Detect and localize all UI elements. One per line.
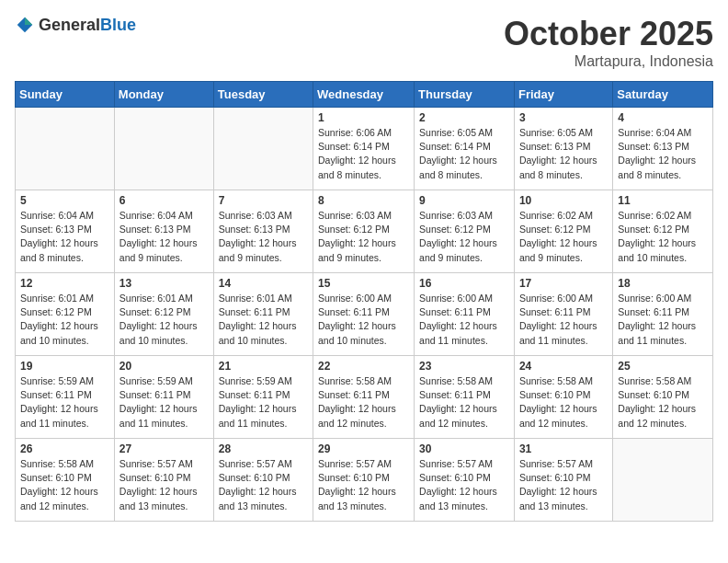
calendar-cell-w2-d2: 6Sunrise: 6:04 AMSunset: 6:13 PMDaylight… (114, 190, 213, 273)
logo-general: General (39, 16, 100, 34)
day-info: Sunrise: 5:59 AMSunset: 6:11 PMDaylight:… (219, 374, 308, 431)
calendar-cell-w1-d2 (114, 108, 213, 190)
calendar-cell-w1-d5: 2Sunrise: 6:05 AMSunset: 6:14 PMDaylight… (415, 108, 515, 190)
calendar-cell-w1-d6: 3Sunrise: 6:05 AMSunset: 6:13 PMDaylight… (514, 108, 612, 190)
day-number: 22 (318, 360, 409, 373)
calendar-cell-w1-d7: 4Sunrise: 6:04 AMSunset: 6:13 PMDaylight… (613, 108, 713, 190)
calendar-cell-w3-d5: 16Sunrise: 6:00 AMSunset: 6:11 PMDayligh… (415, 273, 515, 356)
day-number: 15 (318, 277, 409, 290)
week-row-5: 26Sunrise: 5:58 AMSunset: 6:10 PMDayligh… (16, 439, 713, 522)
day-info: Sunrise: 6:04 AMSunset: 6:13 PMDaylight:… (20, 209, 109, 265)
day-number: 12 (20, 277, 109, 290)
day-number: 28 (219, 442, 308, 455)
calendar-cell-w3-d6: 17Sunrise: 6:00 AMSunset: 6:11 PMDayligh… (514, 273, 612, 356)
day-info: Sunrise: 5:59 AMSunset: 6:11 PMDaylight:… (20, 374, 109, 431)
calendar-table: Sunday Monday Tuesday Wednesday Thursday… (15, 81, 713, 522)
calendar-cell-w2-d7: 11Sunrise: 6:02 AMSunset: 6:12 PMDayligh… (613, 190, 713, 273)
calendar-cell-w3-d7: 18Sunrise: 6:00 AMSunset: 6:11 PMDayligh… (613, 273, 713, 356)
week-row-1: 1Sunrise: 6:06 AMSunset: 6:14 PMDaylight… (16, 108, 713, 190)
week-row-3: 12Sunrise: 6:01 AMSunset: 6:12 PMDayligh… (16, 273, 713, 356)
day-number: 31 (519, 442, 608, 455)
calendar-cell-w2-d3: 7Sunrise: 6:03 AMSunset: 6:13 PMDaylight… (213, 190, 313, 273)
logo-icon (15, 15, 35, 35)
calendar-cell-w4-d1: 19Sunrise: 5:59 AMSunset: 6:11 PMDayligh… (16, 356, 115, 439)
day-number: 8 (318, 194, 409, 207)
logo-blue: Blue (100, 16, 136, 34)
calendar-cell-w5-d7 (613, 439, 713, 522)
day-info: Sunrise: 6:05 AMSunset: 6:14 PMDaylight:… (419, 126, 509, 182)
day-info: Sunrise: 5:58 AMSunset: 6:11 PMDaylight:… (419, 374, 509, 431)
calendar-cell-w4-d7: 25Sunrise: 5:58 AMSunset: 6:10 PMDayligh… (613, 356, 713, 439)
calendar-cell-w2-d4: 8Sunrise: 6:03 AMSunset: 6:12 PMDaylight… (313, 190, 415, 273)
header-thursday: Thursday (415, 82, 515, 108)
day-number: 29 (318, 442, 409, 455)
day-number: 25 (618, 360, 708, 373)
day-info: Sunrise: 6:04 AMSunset: 6:13 PMDaylight:… (618, 126, 708, 182)
day-info: Sunrise: 6:01 AMSunset: 6:12 PMDaylight:… (119, 292, 209, 348)
day-info: Sunrise: 6:00 AMSunset: 6:11 PMDaylight:… (519, 292, 608, 348)
calendar-cell-w3-d2: 13Sunrise: 6:01 AMSunset: 6:12 PMDayligh… (114, 273, 213, 356)
day-number: 20 (119, 360, 209, 373)
day-number: 13 (119, 277, 209, 290)
calendar-cell-w5-d4: 29Sunrise: 5:57 AMSunset: 6:10 PMDayligh… (313, 439, 415, 522)
day-number: 16 (419, 277, 509, 290)
day-number: 21 (219, 360, 308, 373)
calendar-cell-w4-d4: 22Sunrise: 5:58 AMSunset: 6:11 PMDayligh… (313, 356, 415, 439)
calendar-header-row: Sunday Monday Tuesday Wednesday Thursday… (16, 82, 713, 108)
day-info: Sunrise: 6:01 AMSunset: 6:12 PMDaylight:… (20, 292, 109, 348)
day-info: Sunrise: 6:03 AMSunset: 6:12 PMDaylight:… (419, 209, 509, 265)
day-info: Sunrise: 5:58 AMSunset: 6:10 PMDaylight:… (618, 374, 708, 431)
day-info: Sunrise: 5:58 AMSunset: 6:10 PMDaylight:… (20, 457, 109, 513)
day-info: Sunrise: 6:00 AMSunset: 6:11 PMDaylight:… (318, 292, 409, 348)
calendar-cell-w2-d1: 5Sunrise: 6:04 AMSunset: 6:13 PMDaylight… (16, 190, 115, 273)
day-number: 2 (419, 111, 509, 124)
calendar-cell-w1-d1 (16, 108, 115, 190)
calendar-cell-w2-d6: 10Sunrise: 6:02 AMSunset: 6:12 PMDayligh… (514, 190, 612, 273)
location-title: Martapura, Indonesia (504, 53, 713, 70)
calendar-cell-w4-d2: 20Sunrise: 5:59 AMSunset: 6:11 PMDayligh… (114, 356, 213, 439)
day-info: Sunrise: 6:00 AMSunset: 6:11 PMDaylight:… (419, 292, 509, 348)
day-info: Sunrise: 6:03 AMSunset: 6:13 PMDaylight:… (219, 209, 308, 265)
calendar-cell-w4-d5: 23Sunrise: 5:58 AMSunset: 6:11 PMDayligh… (415, 356, 515, 439)
calendar-cell-w3-d1: 12Sunrise: 6:01 AMSunset: 6:12 PMDayligh… (16, 273, 115, 356)
day-number: 24 (519, 360, 608, 373)
calendar-cell-w4-d6: 24Sunrise: 5:58 AMSunset: 6:10 PMDayligh… (514, 356, 612, 439)
calendar-cell-w3-d3: 14Sunrise: 6:01 AMSunset: 6:11 PMDayligh… (213, 273, 313, 356)
header-friday: Friday (514, 82, 612, 108)
day-number: 7 (219, 194, 308, 207)
day-info: Sunrise: 5:57 AMSunset: 6:10 PMDaylight:… (219, 457, 308, 513)
header-saturday: Saturday (613, 82, 713, 108)
day-number: 4 (618, 111, 708, 124)
day-number: 3 (519, 111, 608, 124)
day-number: 30 (419, 442, 509, 455)
day-number: 5 (20, 194, 109, 207)
week-row-4: 19Sunrise: 5:59 AMSunset: 6:11 PMDayligh… (16, 356, 713, 439)
day-number: 18 (618, 277, 708, 290)
day-number: 27 (119, 442, 209, 455)
calendar-cell-w3-d4: 15Sunrise: 6:00 AMSunset: 6:11 PMDayligh… (313, 273, 415, 356)
day-number: 26 (20, 442, 109, 455)
calendar-cell-w5-d1: 26Sunrise: 5:58 AMSunset: 6:10 PMDayligh… (16, 439, 115, 522)
day-number: 14 (219, 277, 308, 290)
day-info: Sunrise: 6:06 AMSunset: 6:14 PMDaylight:… (318, 126, 409, 182)
month-title: October 2025 (504, 15, 713, 53)
calendar-cell-w5-d6: 31Sunrise: 5:57 AMSunset: 6:10 PMDayligh… (514, 439, 612, 522)
day-info: Sunrise: 6:04 AMSunset: 6:13 PMDaylight:… (119, 209, 209, 265)
day-info: Sunrise: 6:03 AMSunset: 6:12 PMDaylight:… (318, 209, 409, 265)
day-number: 9 (419, 194, 509, 207)
day-number: 23 (419, 360, 509, 373)
day-number: 1 (318, 111, 409, 124)
day-number: 17 (519, 277, 608, 290)
header-tuesday: Tuesday (213, 82, 313, 108)
day-info: Sunrise: 5:58 AMSunset: 6:11 PMDaylight:… (318, 374, 409, 431)
calendar-cell-w5-d5: 30Sunrise: 5:57 AMSunset: 6:10 PMDayligh… (415, 439, 515, 522)
day-info: Sunrise: 6:02 AMSunset: 6:12 PMDaylight:… (618, 209, 708, 265)
day-info: Sunrise: 6:02 AMSunset: 6:12 PMDaylight:… (519, 209, 608, 265)
header-wednesday: Wednesday (313, 82, 415, 108)
day-info: Sunrise: 5:57 AMSunset: 6:10 PMDaylight:… (318, 457, 409, 513)
day-info: Sunrise: 6:01 AMSunset: 6:11 PMDaylight:… (219, 292, 308, 348)
logo: GeneralBlue (15, 15, 136, 35)
day-info: Sunrise: 5:57 AMSunset: 6:10 PMDaylight:… (119, 457, 209, 513)
calendar-cell-w1-d4: 1Sunrise: 6:06 AMSunset: 6:14 PMDaylight… (313, 108, 415, 190)
day-number: 10 (519, 194, 608, 207)
